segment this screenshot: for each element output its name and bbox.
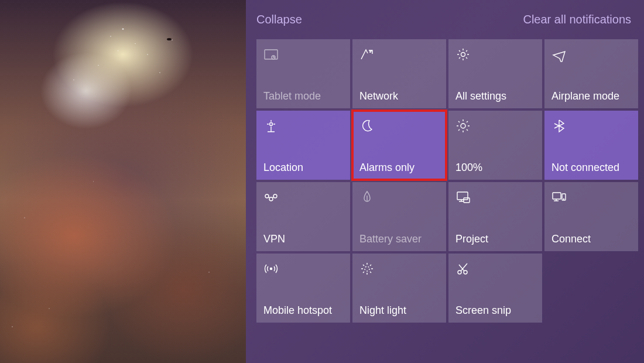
tile-night-light[interactable]: Night light xyxy=(352,254,446,323)
moon-icon xyxy=(359,118,376,134)
screen: Collapse Clear all notifications Tablet … xyxy=(0,0,644,363)
action-center-panel: Collapse Clear all notifications Tablet … xyxy=(246,0,644,363)
tile-label: 100% xyxy=(455,162,535,174)
tile-battery-saver[interactable]: Battery saver xyxy=(352,182,446,251)
tile-label: All settings xyxy=(455,90,535,102)
airplane-icon xyxy=(551,46,568,63)
network-icon xyxy=(359,46,376,63)
project-icon xyxy=(455,189,472,206)
action-center-header: Collapse Clear all notifications xyxy=(246,0,644,39)
tile-mobile-hotspot[interactable]: Mobile hotspot xyxy=(256,254,350,323)
tile-vpn[interactable]: VPN xyxy=(256,182,350,251)
tile-airplane-mode[interactable]: Airplane mode xyxy=(544,39,638,108)
tile-label: Battery saver xyxy=(359,233,439,245)
desktop-wallpaper xyxy=(0,0,246,363)
tile-label: Connect xyxy=(551,233,631,245)
screen-snip-icon xyxy=(455,261,472,277)
tile-label: Tablet mode xyxy=(263,90,343,102)
tile-label: VPN xyxy=(263,233,343,245)
tile-tablet-mode[interactable]: Tablet mode xyxy=(256,39,350,108)
tile-all-settings[interactable]: All settings xyxy=(448,39,542,108)
location-icon xyxy=(263,118,280,134)
tile-location[interactable]: Location xyxy=(256,111,350,180)
tile-screen-snip[interactable]: Screen snip xyxy=(448,254,542,323)
brightness-icon xyxy=(455,118,472,134)
tile-network[interactable]: Network xyxy=(352,39,446,108)
tile-brightness[interactable]: 100% xyxy=(448,111,542,180)
clear-all-link[interactable]: Clear all notifications xyxy=(523,13,631,26)
battery-saver-icon xyxy=(359,189,376,206)
tile-label: Alarms only xyxy=(359,162,439,174)
tile-label: Not connected xyxy=(551,162,631,174)
night-light-icon xyxy=(359,261,376,277)
quick-action-tiles: Tablet modeNetworkAll settingsAirplane m… xyxy=(246,39,644,323)
collapse-link[interactable]: Collapse xyxy=(256,13,302,26)
tile-label: Screen snip xyxy=(455,304,535,317)
connect-icon xyxy=(551,189,568,206)
tablet-mode-icon xyxy=(263,46,280,63)
mobile-hotspot-icon xyxy=(263,261,280,277)
tile-label: Network xyxy=(359,90,439,102)
tile-label: Airplane mode xyxy=(551,90,631,102)
tile-label: Mobile hotspot xyxy=(263,304,343,317)
bluetooth-icon xyxy=(551,118,568,134)
tile-connect[interactable]: Connect xyxy=(544,182,638,251)
tile-label: Night light xyxy=(359,304,439,317)
vpn-icon xyxy=(263,189,280,206)
tile-label: Location xyxy=(263,162,343,174)
tile-label: Project xyxy=(455,233,535,245)
tile-bluetooth[interactable]: Not connected xyxy=(544,111,638,180)
tile-project[interactable]: Project xyxy=(448,182,542,251)
gear-icon xyxy=(455,46,472,63)
tile-focus-assist[interactable]: Alarms only xyxy=(352,111,446,180)
